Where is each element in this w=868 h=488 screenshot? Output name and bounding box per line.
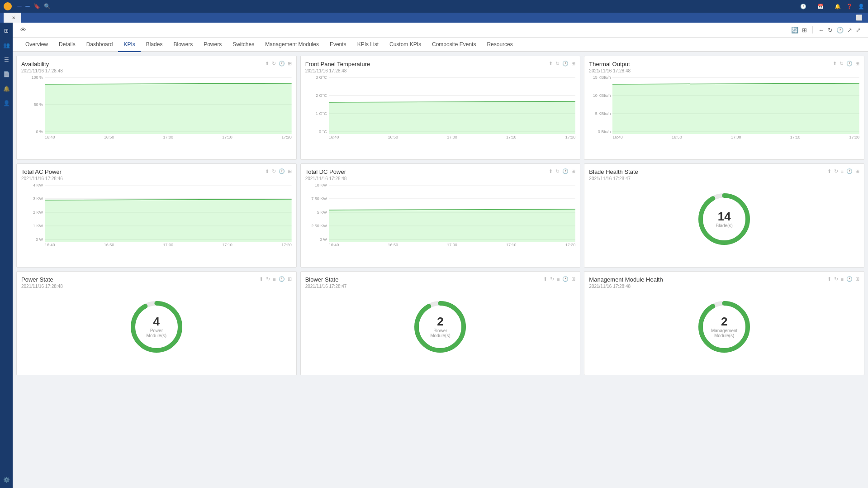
kpi-header-thermal-output: Thermal Output2021/11/16 17:28:48⬆↻🕐⊞ — [589, 61, 859, 73]
refresh-schedule-icon[interactable]: 🔄 — [791, 27, 798, 33]
back-icon[interactable]: ← — [818, 27, 824, 33]
kpi-action-icon-0[interactable]: ⬆ — [827, 168, 831, 174]
main-tab[interactable]: ✕ — [4, 13, 21, 23]
kpi-action-icon-2[interactable]: ≡ — [273, 277, 275, 282]
sidebar-list-icon[interactable]: ☰ — [2, 55, 11, 64]
kpi-action-icon-1[interactable]: ↻ — [550, 276, 554, 282]
kpi-action-icon-2[interactable]: ≡ — [841, 169, 844, 174]
nav-tab-powers[interactable]: Powers — [198, 38, 227, 52]
nav-tab-events[interactable]: Events — [324, 38, 352, 52]
kpi-action-icon-1[interactable]: ↻ — [555, 168, 560, 174]
kpi-action-icon-3[interactable]: ⊞ — [288, 168, 292, 174]
forward-icon[interactable]: ↻ — [828, 27, 833, 33]
kpi-action-icon-2[interactable]: 🕐 — [279, 168, 285, 174]
bookmark-icon[interactable]: 🔖 — [33, 3, 40, 10]
nav-tab-switches[interactable]: Switches — [227, 38, 260, 52]
kpi-header-total-ac-power: Total AC Power2021/11/16 17:28:46⬆↻🕐⊞ — [21, 168, 292, 181]
tab-close-icon[interactable]: ✕ — [12, 15, 15, 20]
tab-expand-icon[interactable]: ⬜ — [854, 14, 864, 21]
kpi-action-icon-0[interactable]: ⬆ — [827, 276, 831, 282]
kpi-action-icon-3[interactable]: ⊞ — [855, 61, 859, 67]
kpi-action-icon-0[interactable]: ⬆ — [833, 61, 837, 67]
kpi-card-total-dc-power: Total DC Power2021/11/16 17:28:48⬆↻🕐⊞10 … — [300, 163, 581, 268]
kpi-action-icon-4[interactable]: ⊞ — [855, 168, 859, 174]
nav-tab-dashboard[interactable]: Dashboard — [81, 38, 119, 52]
kpi-action-icon-2[interactable]: ≡ — [557, 277, 560, 282]
sidebar-doc-icon[interactable]: 📄 — [2, 70, 11, 79]
x-label: 16:40 — [45, 135, 55, 139]
kpi-action-icon-2[interactable]: 🕐 — [846, 61, 853, 67]
link-icon[interactable]: ↗ — [847, 27, 852, 33]
kpi-action-icon-0[interactable]: ⬆ — [259, 276, 263, 282]
kpi-action-icon-0[interactable]: ⬆ — [543, 276, 547, 282]
nav-tab-resources[interactable]: Resources — [481, 38, 518, 52]
donut-value: 2 — [710, 316, 739, 327]
kpi-action-icon-1[interactable]: ↻ — [272, 168, 276, 174]
clock-header-icon[interactable]: 🕐 — [836, 27, 844, 33]
search-icon[interactable]: 🔍 — [44, 3, 51, 10]
kpi-actions: ⬆↻≡🕐⊞ — [827, 276, 859, 282]
logo — [4, 2, 14, 10]
kpi-card-thermal-output: Thermal Output2021/11/16 17:28:48⬆↻🕐⊞15 … — [584, 56, 864, 160]
main-layout: ⊞ 👥 ☰ 📄 🔔 👤 ⚙️ 👁 🔄 ⊞ ← ↻ 🕐 ↗ ⤢ Overvi — [0, 23, 868, 488]
nav-tab-overview[interactable]: Overview — [20, 38, 53, 52]
kpi-action-icon-3[interactable]: ⊞ — [288, 61, 292, 67]
kpi-action-icon-4[interactable]: ⊞ — [288, 276, 292, 282]
kpi-action-icon-0[interactable]: ⬆ — [549, 61, 553, 67]
kpi-action-icon-1[interactable]: ↻ — [555, 61, 560, 67]
layout-icon[interactable]: ⊞ — [802, 27, 807, 33]
nav-tab-management-modules[interactable]: Management Modules — [260, 38, 324, 52]
nav-tab-blowers[interactable]: Blowers — [168, 38, 198, 52]
kpi-action-icon-3[interactable]: ⊞ — [571, 61, 575, 67]
kpi-action-icon-0[interactable]: ⬆ — [549, 168, 553, 174]
nav-tab-composite-events[interactable]: Composite Events — [427, 38, 481, 52]
kpi-date: 2021/11/16 17:28:48 — [305, 68, 549, 73]
kpi-action-icon-3[interactable]: 🕐 — [846, 168, 853, 174]
kpi-action-icon-2[interactable]: 🕐 — [562, 168, 569, 174]
sidebar-users-icon[interactable]: 👥 — [2, 41, 11, 50]
kpi-title: Power State — [21, 276, 259, 283]
nav-tab-kpis-list[interactable]: KPIs List — [352, 38, 384, 52]
kpi-action-icon-4[interactable]: ⊞ — [855, 276, 859, 282]
x-label: 16:40 — [612, 135, 623, 139]
user-icon[interactable]: 👤 — [858, 4, 864, 10]
kpi-action-icon-3[interactable]: 🕐 — [562, 276, 569, 282]
kpi-action-icon-1[interactable]: ↻ — [840, 61, 844, 67]
y-label: 50 % — [33, 102, 43, 107]
kpi-title: Total AC Power — [21, 168, 265, 175]
nav-tab-kpis[interactable]: KPIs — [118, 38, 140, 52]
y-label: 0 W — [36, 237, 43, 242]
notification-icon[interactable]: 🔔 — [835, 4, 841, 10]
sidebar-person-icon[interactable]: 👤 — [2, 99, 11, 108]
nav-tab-blades[interactable]: Blades — [141, 38, 168, 52]
lang-fa-button[interactable] — [17, 6, 22, 7]
sidebar-gear-icon[interactable]: ⚙️ — [2, 475, 11, 484]
kpi-action-icon-4[interactable]: ⊞ — [571, 276, 575, 282]
calendar-icon: 📅 — [817, 4, 824, 10]
kpi-action-icon-3[interactable]: 🕐 — [846, 276, 853, 282]
kpi-action-icon-3[interactable]: 🕐 — [279, 276, 285, 282]
donut-label: Blade(s) — [716, 223, 733, 228]
sidebar-alert-icon[interactable]: 🔔 — [2, 84, 11, 93]
y-label: 0 Btu/h — [598, 129, 611, 134]
kpi-action-icon-0[interactable]: ⬆ — [265, 168, 269, 174]
fullscreen-icon[interactable]: ⤢ — [856, 27, 861, 33]
kpi-action-icon-2[interactable]: ≡ — [841, 277, 844, 282]
lang-en-button[interactable] — [25, 6, 30, 7]
kpi-action-icon-2[interactable]: 🕐 — [279, 61, 285, 67]
nav-tab-custom-kpis[interactable]: Custom KPIs — [384, 38, 427, 52]
kpi-action-icon-0[interactable]: ⬆ — [265, 61, 269, 67]
kpi-action-icon-3[interactable]: ⊞ — [571, 168, 575, 174]
donut-value: 14 — [716, 211, 733, 222]
kpi-action-icon-1[interactable]: ↻ — [834, 168, 838, 174]
chart-area-availability: 100 %50 %0 %16:4016:5017:0017:1017:20 — [21, 75, 292, 139]
x-label: 17:20 — [849, 135, 859, 139]
kpi-action-icon-2[interactable]: 🕐 — [562, 61, 569, 67]
kpi-action-icon-1[interactable]: ↻ — [272, 61, 276, 67]
nav-tab-details[interactable]: Details — [53, 38, 81, 52]
kpi-action-icon-1[interactable]: ↻ — [266, 276, 270, 282]
help-icon[interactable]: ❓ — [846, 4, 853, 10]
kpi-action-icon-1[interactable]: ↻ — [834, 276, 838, 282]
sidebar-home-icon[interactable]: ⊞ — [2, 26, 11, 35]
x-label: 17:00 — [447, 243, 457, 247]
